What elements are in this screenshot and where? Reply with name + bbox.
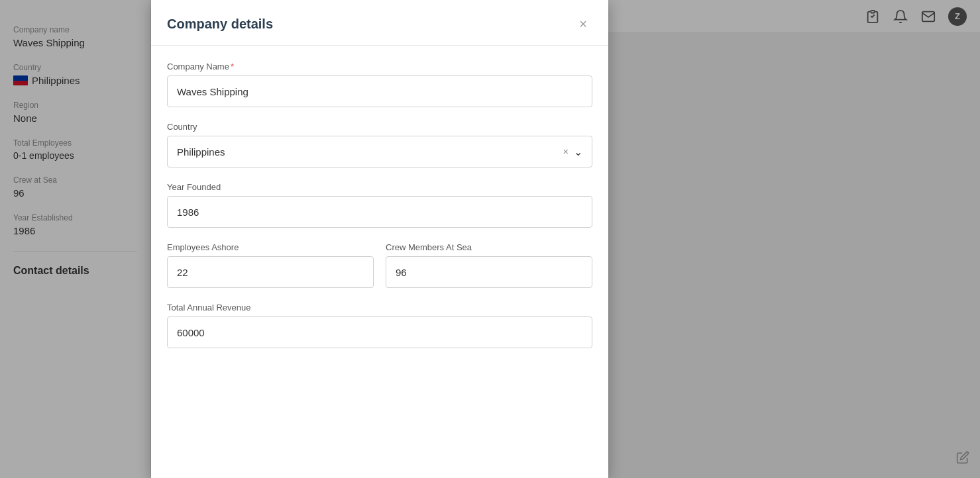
crew-members-at-sea-input[interactable] [386, 256, 592, 288]
country-select-wrapper: Philippines × ⌄ [167, 136, 592, 167]
country-label: Country [167, 122, 592, 132]
chevron-down-icon: ⌄ [574, 146, 582, 158]
company-details-modal: Company details × Company Name* Country … [151, 0, 608, 478]
crew-members-at-sea-label: Crew Members At Sea [386, 242, 592, 252]
year-founded-group: Year Founded [167, 182, 592, 228]
required-star: * [231, 62, 234, 72]
employees-crew-row: Employees Ashore Crew Members At Sea [167, 242, 592, 303]
crew-members-at-sea-group: Crew Members At Sea [386, 242, 592, 288]
company-name-label: Company Name* [167, 62, 592, 72]
modal-header: Company details × [151, 0, 608, 46]
total-annual-revenue-input[interactable] [167, 316, 592, 348]
employees-ashore-group: Employees Ashore [167, 242, 374, 288]
select-controls: × ⌄ [563, 146, 582, 158]
country-clear-button[interactable]: × [563, 146, 569, 157]
company-name-group: Company Name* [167, 62, 592, 107]
total-annual-revenue-label: Total Annual Revenue [167, 303, 592, 312]
company-name-input[interactable] [167, 75, 592, 107]
employees-ashore-input[interactable] [167, 256, 374, 288]
country-group: Country Philippines × ⌄ [167, 122, 592, 167]
country-selected-value: Philippines [177, 146, 225, 158]
country-select[interactable]: Philippines × ⌄ [167, 136, 592, 167]
modal-close-button[interactable]: × [574, 15, 592, 33]
year-founded-input[interactable] [167, 196, 592, 228]
modal-title: Company details [167, 17, 273, 32]
year-founded-label: Year Founded [167, 182, 592, 192]
employees-ashore-label: Employees Ashore [167, 242, 374, 252]
total-annual-revenue-group: Total Annual Revenue [167, 303, 592, 348]
modal-body: Company Name* Country Philippines × ⌄ Ye… [151, 46, 608, 478]
